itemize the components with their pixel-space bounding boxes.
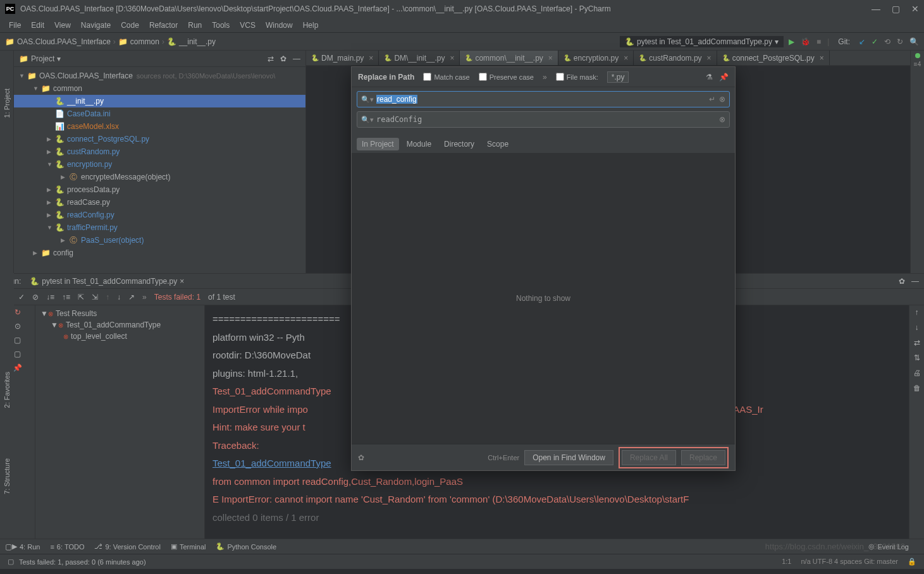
filter-icon[interactable]: ⚗ (706, 73, 713, 82)
menu-file[interactable]: File (5, 20, 25, 31)
toggle-fail-icon[interactable]: ⊘ (32, 293, 39, 302)
menu-help[interactable]: Help (299, 20, 323, 31)
gear-icon[interactable]: ✿ (358, 453, 364, 462)
clear-icon[interactable]: ⊗ (719, 115, 725, 124)
menu-run[interactable]: Run (184, 20, 206, 31)
menu-code[interactable]: Code (117, 20, 143, 31)
down-icon[interactable]: ↓ (117, 293, 121, 302)
file-mask-checkbox[interactable]: File mask: (556, 73, 598, 81)
export-icon[interactable]: ↗ (128, 293, 135, 302)
toggle-icon[interactable]: ⊙ (15, 322, 21, 331)
editor-tab[interactable]: 🐍connect_PostgreSQL.py× (717, 51, 830, 65)
sidebar-favorites-tab[interactable]: 2: Favorites (3, 372, 11, 408)
collapse-icon[interactable]: ⇄ (268, 54, 274, 63)
menu-edit[interactable]: Edit (27, 20, 48, 31)
pin-icon[interactable]: 📌 (13, 363, 22, 372)
trash-icon[interactable]: 🗑 (913, 384, 921, 393)
close-icon[interactable]: × (820, 54, 824, 63)
clear-icon[interactable]: ⊗ (719, 95, 725, 104)
chevron-down-icon[interactable]: ▾ (57, 54, 61, 63)
scope-scope[interactable]: Scope (482, 138, 514, 150)
sidebar-structure-tab[interactable]: 7: Structure (3, 458, 11, 494)
wrap-icon[interactable]: ⇄ (914, 338, 920, 347)
collapse-icon[interactable]: ⇲ (92, 293, 98, 302)
maximize-icon[interactable]: ▢ (892, 4, 900, 14)
breadcrumb-root[interactable]: OAS.Cloud.PAAS_Interface (17, 37, 111, 46)
sb-vc[interactable]: ⎇ 9: Version Control (94, 542, 160, 551)
down-icon[interactable]: ↓ (915, 323, 919, 332)
stop-button[interactable]: ■ (816, 37, 821, 46)
close-icon[interactable]: × (548, 54, 553, 63)
tool-window-icon[interactable]: ▢ (5, 542, 12, 551)
project-tree[interactable]: ▼📁OAS.Cloud.PAAS_Interfacesources root, … (14, 67, 305, 273)
menu-view[interactable]: View (51, 20, 75, 31)
file-mask-input[interactable]: *.py (607, 71, 629, 83)
preserve-case-checkbox[interactable]: Preserve case (479, 73, 534, 81)
debug-button[interactable]: 🐞 (801, 37, 810, 46)
popup-results: Nothing to show (352, 153, 735, 444)
scope-module[interactable]: Module (402, 138, 436, 150)
git-history-icon[interactable]: ⟲ (884, 37, 890, 46)
breadcrumb-folder[interactable]: common (130, 37, 159, 46)
menu-tools[interactable]: Tools (208, 20, 233, 31)
sb-run[interactable]: ▶ 4: Run (12, 542, 40, 551)
close-icon[interactable]: × (624, 54, 628, 63)
rerun-fail-icon[interactable]: ↻ (15, 308, 21, 317)
replace-all-button[interactable]: Replace All (622, 450, 676, 465)
close-icon[interactable]: ✕ (911, 4, 919, 14)
gear-icon[interactable]: ✿ (899, 277, 905, 286)
sb-todo[interactable]: ≡ 6: TODO (50, 543, 84, 551)
match-case-checkbox[interactable]: Match case (423, 73, 469, 81)
search-input-row[interactable]: 🔍▾ read_config ↵ ⊗ (357, 91, 730, 107)
sb-pyconsole[interactable]: 🐍 Python Console (216, 542, 276, 551)
close-icon[interactable]: × (707, 54, 711, 63)
scope-directory[interactable]: Directory (439, 138, 479, 150)
print-icon[interactable]: 🖨 (913, 369, 921, 377)
editor-tab[interactable]: 🐍DM_main.py× (306, 51, 379, 65)
hide-icon[interactable]: — (911, 277, 919, 286)
pin-icon[interactable]: 📌 (719, 73, 729, 82)
replace-input-row[interactable]: 🔍▾ ⊗ (357, 111, 730, 128)
git-update-icon[interactable]: ↻ (897, 37, 903, 46)
editor-tab[interactable]: 🐍common\__init__.py× (460, 51, 558, 65)
up-icon[interactable]: ↑ (915, 308, 919, 317)
cursor-position[interactable]: 1:1 (782, 558, 791, 565)
lock-icon[interactable]: 🔒 (908, 558, 916, 565)
close-icon[interactable]: × (180, 277, 184, 286)
layout-icon[interactable]: ▢ (14, 336, 21, 345)
scope-in-project[interactable]: In Project (357, 138, 399, 150)
search-icon[interactable]: 🔍 (909, 37, 919, 46)
menu-navigate[interactable]: Navigate (77, 20, 114, 31)
test-tree[interactable]: ▼⊗Test Results ▼⊗Test_01_addCommandType … (35, 305, 205, 539)
hide-icon[interactable]: — (293, 54, 300, 63)
close-icon[interactable]: × (369, 54, 373, 63)
close-icon[interactable]: × (450, 54, 454, 63)
run-config-selector[interactable]: 🐍 pytest in Test_01_addCommandType.py ▾ (620, 36, 784, 47)
git-commit-icon[interactable]: ✓ (872, 37, 878, 46)
up-icon[interactable]: ↑ (106, 293, 109, 302)
replace-button[interactable]: Replace (681, 450, 725, 465)
minimize-icon[interactable]: — (872, 4, 880, 14)
scroll-icon[interactable]: ⇅ (914, 353, 920, 362)
layout-icon[interactable]: ▢ (14, 350, 21, 358)
menu-vcs[interactable]: VCS (236, 20, 259, 31)
gear-icon[interactable]: ✿ (280, 54, 286, 63)
sort-icon[interactable]: ↓≡ (46, 293, 54, 302)
sb-terminal[interactable]: ▣ Terminal (171, 542, 206, 551)
newline-icon[interactable]: ↵ (709, 95, 715, 104)
open-find-window-button[interactable]: Open in Find Window (524, 450, 613, 465)
editor-tab[interactable]: 🐍DM\__init__.py× (379, 51, 460, 65)
expand-icon[interactable]: ⇱ (78, 293, 84, 302)
sort-icon[interactable]: ↑≡ (62, 293, 70, 302)
run-button[interactable]: ▶ (789, 37, 794, 46)
menu-refactor[interactable]: Refactor (145, 20, 182, 31)
editor-tab[interactable]: 🐍encryption.py× (558, 51, 634, 65)
run-tab[interactable]: 🐍 pytest in Test_01_addCommandType.py × (26, 276, 188, 287)
toggle-pass-icon[interactable]: ✓ (18, 293, 25, 302)
menu-window[interactable]: Window (262, 20, 297, 31)
git-pull-icon[interactable]: ↙ (859, 37, 865, 46)
breadcrumb-file[interactable]: __init__.py (179, 37, 216, 46)
file-info[interactable]: n/a UTF-8 4 spaces Git: master (801, 558, 898, 565)
sidebar-project-tab[interactable]: 1: Project (3, 89, 11, 118)
editor-tab[interactable]: 🐍custRandom.py× (634, 51, 717, 65)
